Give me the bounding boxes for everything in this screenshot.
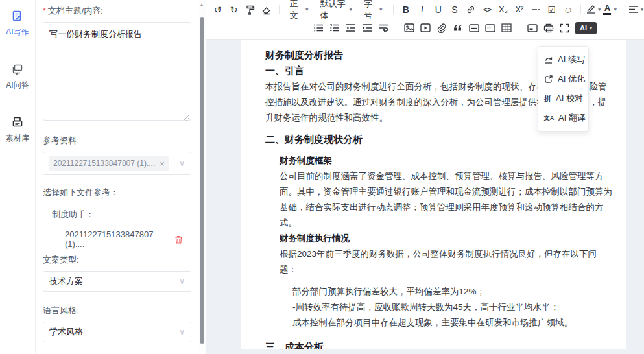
doc-subheading: 财务制度框架 <box>280 153 614 169</box>
undo-icon[interactable]: ↺ <box>209 2 226 17</box>
todo-checkbox-icon[interactable]: ☑ <box>543 2 560 17</box>
font-size-dropdown[interactable]: 字号▾ <box>358 2 388 17</box>
required-marker: * <box>43 6 46 16</box>
scrollbar-thumb[interactable] <box>200 17 204 344</box>
panel-scrollbar: ▲ <box>198 0 206 354</box>
ai-dropdown-menu: AI 续写 AI 优化 拼 AI 校对 文A AI 翻译 <box>538 46 589 132</box>
doc-paragraph: 公司目前的制度涵盖了资金管理、成本控制、预算管理、核算与报告、风险管理等方面。其… <box>280 169 614 231</box>
topic-textarea[interactable]: 写一份财务制度分析报告 <box>43 22 191 121</box>
caret-down-icon: ▾ <box>614 7 617 12</box>
reference-file-tag: 2021122715133847807 (1).... × <box>49 156 169 171</box>
highlight-color-dropdown[interactable]: ▾ <box>586 2 602 17</box>
table-icon[interactable] <box>498 21 514 36</box>
align-dropdown[interactable]: ▾ <box>628 2 644 17</box>
align-icon <box>628 5 638 14</box>
outdent-icon[interactable] <box>342 21 359 36</box>
subscript-icon[interactable]: X₂ <box>495 2 511 17</box>
font-color-dropdown[interactable]: A ▾ <box>602 2 618 17</box>
fullscreen-icon[interactable] <box>556 21 573 36</box>
menu-item-ai-translate[interactable]: 文A AI 翻译 <box>538 108 588 128</box>
editor-area: ↺ ↻ 正文▾ 默认字体▾ 字号▾ B <box>206 0 644 354</box>
sidebar-item-ai-writing[interactable]: AI写作 <box>0 0 35 38</box>
doc-list-item: 成本控制在部分项目中存在超支现象，主要集中在研发和市场推广领域。 <box>292 315 614 331</box>
line-break-icon[interactable] <box>375 21 391 36</box>
format-painter-icon[interactable] <box>242 2 258 17</box>
menu-item-ai-continue[interactable]: AI 续写 <box>538 50 588 69</box>
ordered-list-icon[interactable] <box>326 21 342 36</box>
ai-continue-icon <box>544 55 553 64</box>
caret-down-icon: ▾ <box>349 7 352 12</box>
style-value: 学术风格 <box>49 326 83 338</box>
doc-heading-s2: 二、财务制度现状分析 <box>265 132 614 147</box>
sidebar-item-ai-qa[interactable]: AI问答 <box>0 53 35 91</box>
sidebar-item-label: AI写作 <box>0 27 35 38</box>
divider-icon[interactable] <box>466 21 482 36</box>
reference-select[interactable]: 2021122715133847807 (1).... × ∨ <box>43 152 191 175</box>
underline-icon[interactable]: U <box>430 2 446 17</box>
code-block-icon[interactable] <box>482 21 498 36</box>
superscript-icon[interactable]: X² <box>511 2 527 17</box>
menu-item-ai-optimize[interactable]: AI 优化 <box>538 69 588 89</box>
chevron-down-icon: ∨ <box>179 159 185 168</box>
ai-proofread-icon: 拼 <box>544 94 551 104</box>
doc-subheading: 财务制度执行情况 <box>280 231 614 246</box>
doc-heading-s3: 三、成本分析 <box>265 340 614 349</box>
caret-down-icon: ▾ <box>590 25 592 31</box>
doc-type-label: 文案类型: <box>43 254 191 266</box>
assistant-file-name: 2021122715133847807 (1).... <box>65 230 174 249</box>
font-color-icon: A <box>603 4 611 15</box>
print-icon[interactable] <box>540 21 556 36</box>
style-select[interactable]: 学术风格 ∨ <box>43 322 191 342</box>
ai-translate-icon: 文A <box>544 114 554 123</box>
doc-list-item: 部分部门预算执行偏差较大，平均偏差率为12%； <box>292 284 614 300</box>
doc-type-select[interactable]: 技术方案 ∨ <box>43 271 191 292</box>
left-nav-rail: AI写作 AI问答 素材库 <box>0 0 36 354</box>
ai-optimize-icon <box>544 75 553 84</box>
editor-toolbar: ↺ ↻ 正文▾ 默认字体▾ 字号▾ B <box>206 0 644 40</box>
topic-label: *文档主题/内容: <box>43 5 191 17</box>
sidebar-item-material-library[interactable]: 素材库 <box>0 106 35 144</box>
font-family-dropdown[interactable]: 默认字体▾ <box>314 2 358 17</box>
caret-down-icon: ▾ <box>598 7 601 12</box>
doc-type-value: 技术方案 <box>49 276 83 287</box>
window-icon[interactable] <box>524 21 540 36</box>
caret-down-icon: ▾ <box>305 7 309 12</box>
ai-dropdown-button[interactable]: AI ▾ <box>575 22 597 34</box>
code-icon[interactable]: <> <box>479 2 495 17</box>
italic-icon[interactable]: I <box>414 2 430 17</box>
redo-icon[interactable]: ↻ <box>226 2 242 17</box>
strikethrough-icon[interactable]: S <box>446 2 462 17</box>
attachment-icon[interactable] <box>433 21 449 36</box>
indent-icon[interactable] <box>359 21 375 36</box>
bold-icon[interactable]: B <box>398 2 414 17</box>
emoji-icon[interactable]: ☺ <box>560 2 576 17</box>
ai-qa-icon <box>10 62 25 77</box>
assistant-file-row: 2021122715133847807 (1).... <box>65 230 191 249</box>
material-library-icon <box>10 115 25 130</box>
trash-icon[interactable] <box>174 235 184 244</box>
quote-icon[interactable] <box>449 21 466 36</box>
paragraph-style-dropdown[interactable]: 正文▾ <box>284 2 315 17</box>
bullet-list-icon[interactable] <box>310 21 326 36</box>
link-icon[interactable] <box>462 2 479 17</box>
caret-down-icon: ▾ <box>379 7 383 12</box>
close-icon[interactable]: × <box>160 159 165 168</box>
file-section-label: 选择如下文件参考： <box>43 187 191 198</box>
reference-label: 参考资料: <box>43 135 191 147</box>
sidebar-item-label: AI问答 <box>0 80 35 91</box>
scroll-up-icon[interactable]: ▲ <box>199 2 204 8</box>
sidebar-item-label: 素材库 <box>0 133 35 144</box>
chevron-down-icon: ∨ <box>179 327 185 336</box>
style-label: 语言风格: <box>43 305 191 316</box>
caret-down-icon: ▾ <box>641 7 644 12</box>
doc-paragraph: 根据2023年前三季度的财务数据，公司整体财务制度执行情况良好，但存在以下问题： <box>280 246 614 277</box>
image-icon[interactable] <box>401 21 417 36</box>
horizontal-rule-icon[interactable] <box>527 2 543 17</box>
highlight-pen-icon <box>587 5 595 14</box>
assistant-label: 制度助手： <box>52 209 191 220</box>
chevron-down-icon: ∨ <box>179 277 185 286</box>
video-icon[interactable] <box>417 21 433 36</box>
menu-item-ai-proofread[interactable]: 拼 AI 校对 <box>538 89 588 108</box>
eraser-icon[interactable] <box>258 2 274 17</box>
writing-form-panel: *文档主题/内容: 写一份财务制度分析报告 参考资料: 202112271513… <box>36 0 198 354</box>
